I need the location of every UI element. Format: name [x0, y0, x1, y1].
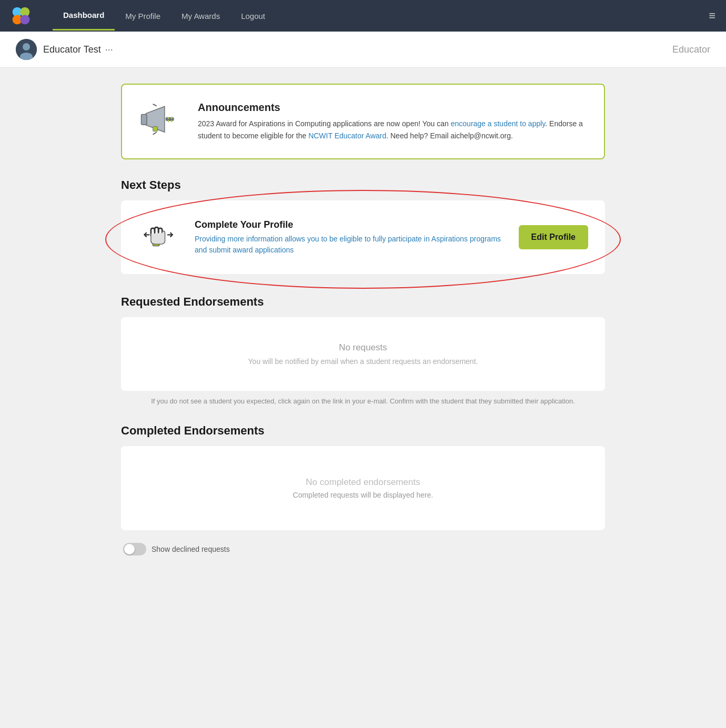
completed-endorsements-card: No completed endorsements Completed requ… [121, 446, 605, 530]
toggle-row: Show declined requests [121, 539, 605, 560]
user-role: Educator [672, 44, 710, 55]
megaphone-illustration [139, 99, 181, 144]
next-steps-container: Complete Your Profile Providing more inf… [121, 200, 605, 274]
step-title: Complete Your Profile [195, 219, 504, 230]
user-name: Educator Test [43, 44, 101, 55]
show-declined-toggle[interactable] [123, 543, 146, 555]
announcements-text: Announcements 2023 Award for Aspirations… [198, 102, 587, 141]
step-content: Complete Your Profile Providing more inf… [195, 219, 504, 256]
profile-illustration [138, 215, 180, 259]
toggle-label: Show declined requests [152, 545, 230, 553]
user-dots[interactable]: ··· [105, 44, 113, 55]
completed-endorsements-section: Completed Endorsements No completed endo… [121, 424, 605, 560]
nav-logout[interactable]: Logout [230, 2, 276, 30]
svg-point-12 [167, 120, 169, 122]
edit-profile-button[interactable]: Edit Profile [519, 225, 588, 249]
no-completed-subtitle: Completed requests will be displayed her… [293, 491, 433, 499]
svg-line-15 [153, 132, 157, 134]
no-requests-label: No requests [339, 342, 387, 353]
main-content: Announcements 2023 Award for Aspirations… [110, 68, 616, 594]
svg-point-3 [20, 15, 29, 24]
announcements-card: Announcements 2023 Award for Aspirations… [121, 84, 605, 159]
requested-endorsements-title: Requested Endorsements [121, 295, 605, 309]
svg-rect-8 [141, 114, 147, 125]
no-requests-subtitle: You will be notified by email when a stu… [248, 357, 478, 366]
completed-endorsements-title: Completed Endorsements [121, 424, 605, 438]
logo[interactable] [11, 5, 32, 26]
requested-endorsements-card: No requests You will be notified by emai… [121, 317, 605, 391]
svg-point-5 [23, 43, 30, 50]
announcements-body: 2023 Award for Aspirations in Computing … [198, 118, 587, 141]
svg-point-13 [170, 120, 173, 122]
no-completed-label: No completed endorsements [306, 477, 420, 488]
svg-point-11 [170, 117, 173, 119]
requested-endorsements-section: Requested Endorsements No requests You w… [121, 295, 605, 405]
encourage-link[interactable]: encourage a student to apply [451, 119, 546, 128]
svg-rect-16 [153, 127, 158, 132]
toggle-knob [124, 544, 135, 554]
svg-line-14 [153, 104, 157, 106]
next-steps-section: Next Steps [121, 178, 605, 274]
next-steps-card: Complete Your Profile Providing more inf… [121, 200, 605, 274]
avatar [16, 39, 37, 60]
educator-award-link[interactable]: NCWIT Educator Award [308, 132, 386, 140]
user-bar: Educator Test ··· Educator [0, 32, 726, 68]
nav-dashboard[interactable]: Dashboard [53, 1, 115, 31]
endorsements-footnote: If you do not see a student you expected… [121, 397, 605, 405]
nav-my-profile[interactable]: My Profile [115, 2, 171, 30]
step-description: Providing more information allows you to… [195, 234, 504, 256]
announcements-title: Announcements [198, 102, 587, 114]
nav-links: Dashboard My Profile My Awards Logout [53, 1, 709, 31]
navigation: Dashboard My Profile My Awards Logout ≡ [0, 0, 726, 32]
svg-rect-9 [166, 117, 174, 121]
hamburger-icon[interactable]: ≡ [709, 9, 715, 23]
svg-point-10 [167, 117, 169, 119]
next-steps-title: Next Steps [121, 178, 605, 192]
nav-my-awards[interactable]: My Awards [171, 2, 230, 30]
